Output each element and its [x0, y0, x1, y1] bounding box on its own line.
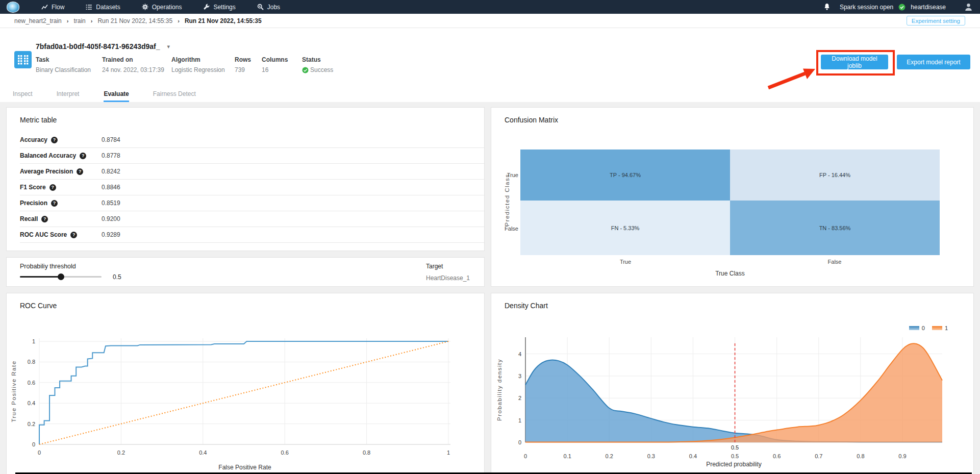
nav-item-label: Settings [213, 4, 235, 11]
metric-table-title: Metric table [20, 116, 57, 124]
slider-handle[interactable] [58, 273, 64, 280]
app-logo[interactable] [7, 2, 19, 13]
help-icon[interactable]: ? [51, 137, 58, 143]
svg-text:Predicted probability: Predicted probability [706, 461, 762, 468]
field-value: Logistic Regression [171, 66, 225, 73]
field-value: 739 [235, 66, 251, 73]
svg-text:0: 0 [518, 439, 521, 445]
datasets-icon [86, 4, 92, 10]
help-icon[interactable]: ? [51, 200, 58, 207]
metric-label: F1 Score [20, 184, 46, 191]
breadcrumb-item[interactable]: Run 21 Nov 2022, 14:55:35 [97, 17, 172, 24]
nav-item-flow[interactable]: Flow [31, 0, 75, 14]
help-icon[interactable]: ? [70, 232, 77, 238]
breadcrumb: new_heart2_train › train › Run 21 Nov 20… [14, 17, 262, 24]
svg-text:0.8: 0.8 [28, 359, 35, 365]
target-label: Target [426, 263, 470, 270]
svg-text:1: 1 [447, 450, 450, 456]
confusion-matrix-card: Confusion Matrix Predicted Class True Fa… [491, 107, 974, 287]
field-label: Status [302, 56, 333, 63]
row-label-false: False [498, 226, 518, 232]
cell-false-positive[interactable]: FP - 16.44% [730, 149, 940, 201]
threshold-value: 0.5 [113, 273, 121, 281]
svg-text:True Positive Rate: True Positive Rate [11, 360, 17, 422]
chevron-right-icon: › [178, 18, 180, 24]
flow-icon [41, 4, 48, 10]
table-row: Average Precision? 0.8242 [20, 164, 484, 180]
probability-threshold-slider[interactable] [20, 276, 102, 278]
nav-item-settings[interactable]: Settings [192, 0, 246, 14]
table-row: Balanced Accuracy? 0.8778 [20, 148, 484, 164]
svg-text:0.6: 0.6 [773, 453, 781, 459]
nav-items: Flow Datasets Operations Settings Jobs [31, 0, 291, 14]
svg-text:0.8: 0.8 [363, 450, 370, 456]
slider-fill [20, 276, 61, 278]
help-icon[interactable]: ? [80, 153, 86, 159]
nav-item-datasets[interactable]: Datasets [75, 0, 131, 14]
table-row: Precision? 0.8519 [20, 195, 484, 211]
spark-session-status: Spark session open [840, 4, 893, 11]
probability-threshold-card: Probabiliy threshold 0.5 Target HeartDis… [6, 257, 485, 287]
breadcrumb-item[interactable]: train [73, 17, 85, 24]
nav-item-label: Operations [152, 4, 182, 11]
tab-inspect[interactable]: Inspect [13, 86, 33, 102]
row-label-true: True [498, 172, 518, 178]
metric-label: Precision [20, 199, 47, 207]
confusion-matrix-title: Confusion Matrix [505, 116, 558, 124]
cell-true-negative[interactable]: TN - 83.56% [730, 201, 940, 255]
cell-false-negative[interactable]: FN - 5.33% [520, 201, 730, 255]
svg-text:0.8: 0.8 [857, 453, 864, 459]
project-name[interactable]: heartdisease [911, 4, 946, 11]
help-icon[interactable]: ? [41, 216, 48, 222]
topnav-right: Spark session open heartdisease [823, 3, 973, 11]
status-success-icon [302, 67, 309, 73]
tab-evaluate[interactable]: Evaluate [104, 86, 129, 102]
nav-item-operations[interactable]: Operations [131, 0, 193, 14]
breadcrumb-item[interactable]: new_heart2_train [14, 17, 62, 24]
svg-text:0.4: 0.4 [689, 453, 697, 459]
jobs-search-gear-icon [257, 4, 264, 10]
experiment-setting-button[interactable]: Experiment setting [907, 16, 965, 26]
help-icon[interactable]: ? [77, 168, 83, 175]
field-status: Status Success [302, 56, 333, 73]
tab-fairness-detect[interactable]: Fairness Detect [153, 86, 196, 102]
svg-text:0.4: 0.4 [28, 400, 35, 406]
download-model-joblib-button[interactable]: Download model joblib [821, 55, 888, 69]
avatar-icon[interactable] [964, 3, 973, 11]
nav-item-jobs[interactable]: Jobs [246, 0, 291, 14]
threshold-title: Probabiliy threshold [20, 263, 76, 270]
field-rows: Rows 739 [235, 56, 251, 73]
svg-text:0.5: 0.5 [731, 444, 739, 451]
table-row: ROC AUC Score? 0.9289 [20, 227, 484, 243]
export-model-report-button[interactable]: Export model report [897, 55, 970, 69]
nav-item-label: Datasets [96, 4, 120, 11]
svg-text:0.3: 0.3 [647, 453, 655, 459]
metric-label: Average Precision [20, 168, 73, 175]
model-id-title: 7bfad0a1-b0df-405f-8471-96243d9af_ [36, 42, 160, 51]
metric-value: 0.9289 [102, 231, 120, 238]
svg-text:False Positive Rate: False Positive Rate [218, 464, 271, 471]
field-trained-on: Trained on 24 nov. 2022, 03:17:39 [102, 56, 164, 73]
nav-item-label: Jobs [267, 4, 280, 11]
metric-value: 0.8519 [102, 199, 120, 207]
svg-text:0: 0 [38, 450, 41, 456]
roc-curve-plot[interactable]: 00.20.40.60.8100.20.40.60.81False Positi… [7, 293, 484, 474]
help-icon[interactable]: ? [49, 184, 56, 191]
svg-text:0.1: 0.1 [563, 453, 571, 459]
metric-value: 0.8846 [102, 184, 120, 191]
field-value: 16 [262, 66, 288, 73]
tab-interpret[interactable]: Interpret [57, 86, 80, 102]
breadcrumb-bar: new_heart2_train › train › Run 21 Nov 20… [0, 14, 980, 28]
density-chart-plot[interactable]: 0.500.10.20.30.40.50.60.70.80.901234Pred… [491, 293, 973, 474]
svg-text:0: 0 [524, 453, 527, 459]
metric-label: Balanced Accuracy [20, 152, 76, 159]
svg-text:1: 1 [518, 417, 521, 423]
table-row: Recall? 0.9200 [20, 211, 484, 227]
field-value: Binary Classification [36, 66, 91, 73]
caret-down-icon[interactable]: ▾ [167, 43, 170, 50]
svg-text:4: 4 [518, 351, 521, 357]
target-block: Target HeartDisease_1 [426, 263, 470, 282]
model-grid-icon [14, 51, 32, 68]
cell-true-positive[interactable]: TP - 94.67% [520, 149, 730, 201]
notification-bell-icon[interactable] [823, 3, 831, 11]
